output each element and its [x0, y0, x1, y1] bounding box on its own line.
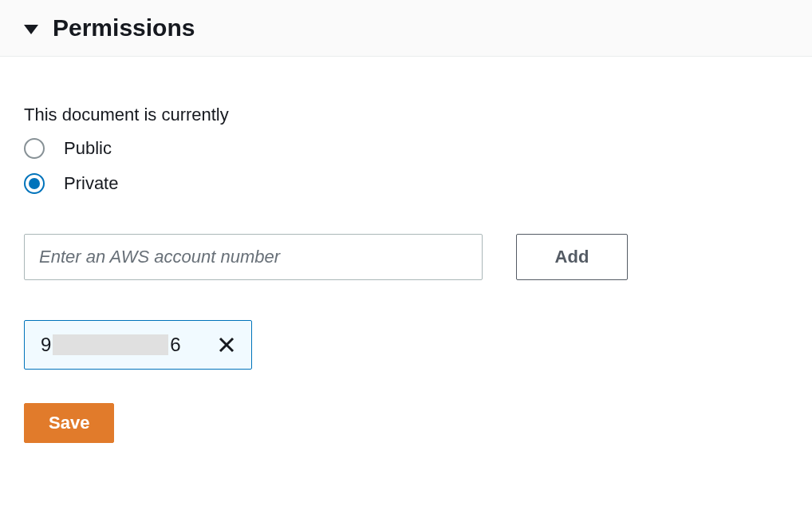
- visibility-label: This document is currently: [24, 105, 788, 125]
- account-chip-prefix: 9: [41, 334, 51, 356]
- visibility-radio-group: Public Private: [24, 138, 788, 194]
- account-chip-suffix: 6: [170, 334, 180, 356]
- radio-public[interactable]: [24, 138, 45, 159]
- radio-private-label[interactable]: Private: [64, 173, 118, 194]
- save-button[interactable]: Save: [24, 403, 114, 443]
- aws-account-input[interactable]: [24, 234, 483, 280]
- close-icon: [217, 335, 236, 354]
- radio-public-label[interactable]: Public: [64, 138, 112, 159]
- caret-down-icon: [24, 25, 38, 34]
- radio-row-private[interactable]: Private: [24, 173, 788, 194]
- radio-private[interactable]: [24, 173, 45, 194]
- section-title: Permissions: [53, 14, 195, 42]
- add-button[interactable]: Add: [516, 234, 628, 280]
- permissions-content: This document is currently Public Privat…: [0, 57, 812, 467]
- remove-account-button[interactable]: [213, 331, 240, 358]
- account-chip-text: 9 6: [41, 334, 181, 356]
- account-chip: 9 6: [24, 320, 252, 370]
- radio-row-public[interactable]: Public: [24, 138, 788, 159]
- permissions-header[interactable]: Permissions: [0, 0, 812, 57]
- account-input-row: Add: [24, 234, 788, 280]
- account-redacted: [53, 334, 168, 355]
